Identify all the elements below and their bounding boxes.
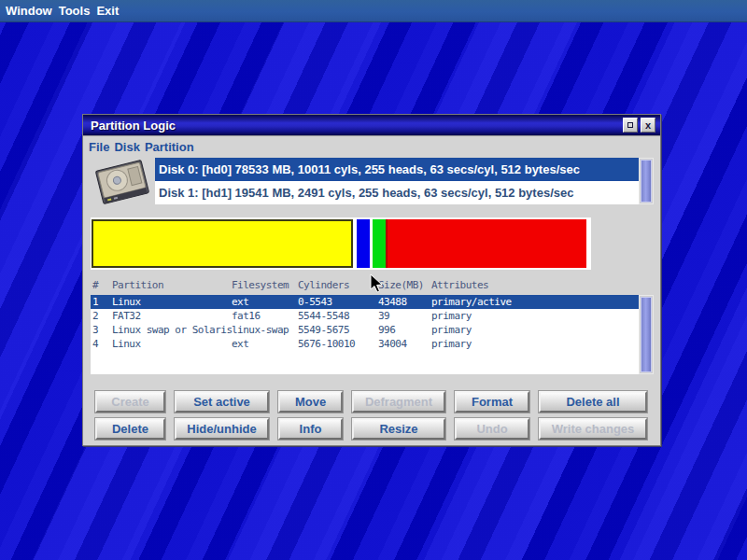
table-scrollbar[interactable] xyxy=(639,295,654,374)
cell-num: 3 xyxy=(92,324,98,336)
table-header: # Partition Filesystem Cylinders Size(MB… xyxy=(91,278,639,294)
write-changes-button: Write changes xyxy=(539,418,647,440)
partition-segment-1[interactable] xyxy=(92,219,353,268)
cell-attributes: primary xyxy=(431,310,472,322)
defragment-button: Defragment xyxy=(352,391,445,413)
cell-num: 2 xyxy=(92,310,98,322)
mouse-cursor xyxy=(370,273,385,294)
disk-row-0[interactable]: Disk 0: [hd0] 78533 MB, 10011 cyls, 255 … xyxy=(155,158,639,181)
partition-bar xyxy=(91,217,591,270)
cell-cylinders: 5544-5548 xyxy=(298,310,349,322)
desktop: { "screen_menubar": { "items": [ { "labe… xyxy=(0,0,747,560)
table-scrollbar-thumb[interactable] xyxy=(641,297,652,372)
cell-partition: Linux swap or Solaris xyxy=(112,324,233,336)
window-title: Partition Logic xyxy=(83,119,176,133)
delete-all-button[interactable]: Delete all xyxy=(539,391,647,413)
disk-row-1[interactable]: Disk 1: [hd1] 19541 MB, 2491 cyls, 255 h… xyxy=(155,181,639,204)
cell-filesystem: ext xyxy=(232,338,248,350)
col-num: # xyxy=(92,279,98,291)
move-button[interactable]: Move xyxy=(278,391,343,413)
menu-item-tools[interactable]: Tools xyxy=(59,4,91,18)
col-attributes: Attributes xyxy=(431,279,488,291)
cell-size: 996 xyxy=(378,324,395,336)
close-button[interactable]: x xyxy=(641,118,655,133)
info-button[interactable]: Info xyxy=(278,418,343,440)
disk-list-scrollbar-thumb[interactable] xyxy=(641,160,652,203)
resize-button[interactable]: Resize xyxy=(352,418,445,440)
cell-cylinders: 5549-5675 xyxy=(298,324,349,336)
col-partition: Partition xyxy=(112,279,163,291)
menu-item-window[interactable]: Window xyxy=(6,4,52,18)
restore-icon xyxy=(627,122,633,128)
table-row-2[interactable]: 2 FAT32 fat16 5544-5548 39 primary xyxy=(91,309,639,323)
menu-item-exit[interactable]: Exit xyxy=(96,4,119,18)
partition-segment-2[interactable] xyxy=(357,219,370,268)
col-cylinders: Cylinders xyxy=(298,279,349,291)
col-filesystem: Filesystem xyxy=(232,279,289,291)
window-titlebar[interactable]: Partition Logic x xyxy=(83,115,660,136)
partition-table: 1 Linux ext 0-5543 43488 primary/active … xyxy=(91,295,639,374)
menu-item-disk[interactable]: Disk xyxy=(114,140,139,154)
cell-partition: FAT32 xyxy=(112,310,141,322)
format-button[interactable]: Format xyxy=(455,391,529,413)
cell-size: 34004 xyxy=(378,338,407,350)
hide-unhide-button[interactable]: Hide/unhide xyxy=(175,418,269,440)
undo-button: Undo xyxy=(455,418,529,440)
cell-filesystem: fat16 xyxy=(232,310,261,322)
disk-list: Disk 0: [hd0] 78533 MB, 10011 cyls, 255 … xyxy=(155,158,639,204)
table-row-3[interactable]: 3 Linux swap or Solaris linux-swap 5549-… xyxy=(91,323,639,337)
menu-item-partition[interactable]: Partition xyxy=(145,140,194,154)
cell-partition: Linux xyxy=(112,338,141,350)
hard-disk-icon xyxy=(90,158,155,206)
disk-list-scrollbar[interactable] xyxy=(639,158,654,204)
partition-segment-3[interactable] xyxy=(373,219,386,268)
cell-filesystem: linux-swap xyxy=(232,324,289,336)
cell-attributes: primary xyxy=(431,324,472,336)
table-row-4[interactable]: 4 Linux ext 5676-10010 34004 primary xyxy=(91,337,639,351)
col-size: Size(MB) xyxy=(378,279,424,291)
menu-item-file[interactable]: File xyxy=(89,140,109,154)
partition-segment-4[interactable] xyxy=(386,219,586,268)
delete-button[interactable]: Delete xyxy=(95,418,165,440)
set-active-button[interactable]: Set active xyxy=(175,391,269,413)
cell-size: 43488 xyxy=(378,296,407,308)
cell-num: 4 xyxy=(92,338,98,350)
table-row-1[interactable]: 1 Linux ext 0-5543 43488 primary/active xyxy=(91,295,639,309)
cell-size: 39 xyxy=(378,310,389,322)
screen-menubar: Window Tools Exit xyxy=(0,0,747,22)
create-button: Create xyxy=(95,391,165,413)
restore-button[interactable] xyxy=(623,118,638,133)
window-menubar: File Disk Partition xyxy=(83,137,660,156)
cell-filesystem: ext xyxy=(232,296,248,308)
cell-attributes: primary xyxy=(431,338,472,350)
cell-cylinders: 5676-10010 xyxy=(298,338,355,350)
cell-cylinders: 0-5543 xyxy=(298,296,332,308)
cell-partition: Linux xyxy=(112,296,141,308)
cell-attributes: primary/active xyxy=(431,296,512,308)
cell-num: 1 xyxy=(92,296,98,308)
